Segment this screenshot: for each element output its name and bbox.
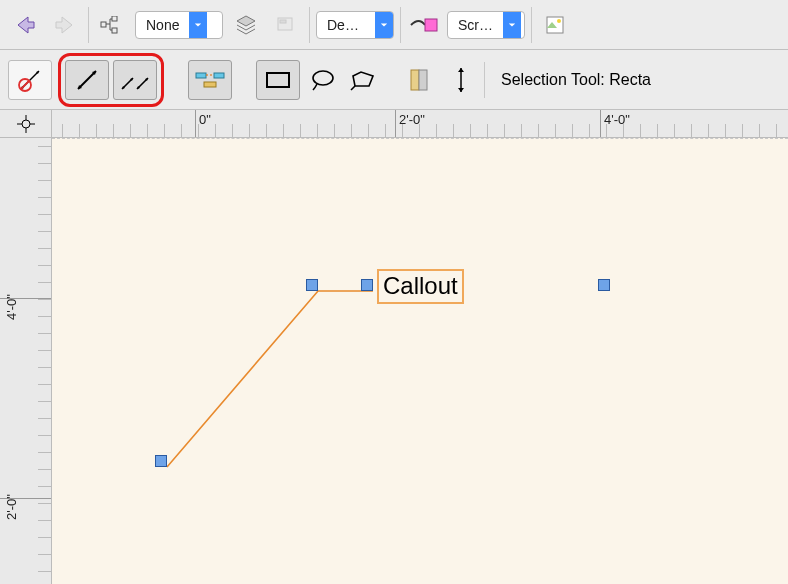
viewport-dropdown[interactable]: Scr… [447, 11, 525, 39]
class-dropdown[interactable]: None [135, 11, 223, 39]
polygon-lasso-button[interactable] [346, 63, 380, 97]
wall-tool-icon[interactable] [404, 63, 438, 97]
selection-handle[interactable] [598, 279, 610, 291]
svg-point-15 [313, 71, 333, 85]
ruler-origin-icon[interactable] [0, 110, 52, 137]
plane-toggle-icon[interactable] [407, 8, 441, 42]
ruler-vertical[interactable]: 4'-0"2'-0" [0, 138, 52, 584]
svg-rect-10 [196, 73, 206, 78]
svg-rect-14 [267, 73, 289, 87]
svg-rect-6 [547, 17, 563, 33]
nav-forward-button [48, 8, 82, 42]
chevron-down-icon [189, 12, 207, 38]
viewport-dropdown-label: Scr… [448, 17, 503, 33]
vertical-resize-icon[interactable] [444, 63, 478, 97]
highlight-box [58, 53, 164, 107]
svg-rect-12 [204, 82, 216, 87]
double-arrow-scale-button[interactable] [113, 60, 157, 100]
chevron-down-icon [503, 12, 521, 38]
single-arrow-scale-button[interactable] [65, 60, 109, 100]
status-text: Selection Tool: Recta [501, 71, 651, 89]
selection-handle[interactable] [306, 279, 318, 291]
rectangle-tool-button[interactable] [256, 60, 300, 100]
selection-handle[interactable] [155, 455, 167, 467]
layers-stack-icon[interactable] [229, 8, 263, 42]
svg-line-9 [21, 81, 29, 89]
chevron-down-icon [375, 12, 393, 38]
svg-rect-16 [411, 70, 419, 90]
svg-rect-0 [101, 22, 106, 27]
svg-point-7 [557, 19, 561, 23]
layer-dropdown-label: Des… [317, 17, 375, 33]
nav-back-button[interactable] [8, 8, 42, 42]
workspace: 4'-0"2'-0" Callout [0, 138, 788, 584]
svg-point-18 [22, 120, 30, 128]
ruler-horizontal-row: 0"2'-0"4'-0" [0, 110, 788, 138]
svg-rect-11 [214, 73, 224, 78]
class-dropdown-label: None [136, 17, 189, 33]
drawing-canvas[interactable]: Callout [52, 138, 788, 584]
mode-toolbar: Selection Tool: Recta [0, 50, 788, 110]
individual-scale-disabled-button[interactable] [8, 60, 52, 100]
callout-text[interactable]: Callout [377, 269, 464, 304]
wall-join-button[interactable] [188, 60, 232, 100]
svg-rect-1 [112, 16, 117, 21]
layer-edit-icon [269, 8, 303, 42]
callout-leader-line [52, 139, 788, 584]
top-toolbar: None Des… Scr… [0, 0, 788, 50]
selection-handle[interactable] [361, 279, 373, 291]
svg-rect-5 [425, 19, 437, 31]
svg-rect-2 [112, 28, 117, 33]
layer-dropdown[interactable]: Des… [316, 11, 394, 39]
svg-rect-17 [419, 70, 427, 90]
svg-rect-4 [280, 20, 286, 23]
lasso-tool-button[interactable] [306, 63, 340, 97]
ruler-horizontal[interactable]: 0"2'-0"4'-0" [52, 110, 788, 137]
hierarchy-icon[interactable] [95, 8, 129, 42]
render-mode-button[interactable] [538, 8, 572, 42]
